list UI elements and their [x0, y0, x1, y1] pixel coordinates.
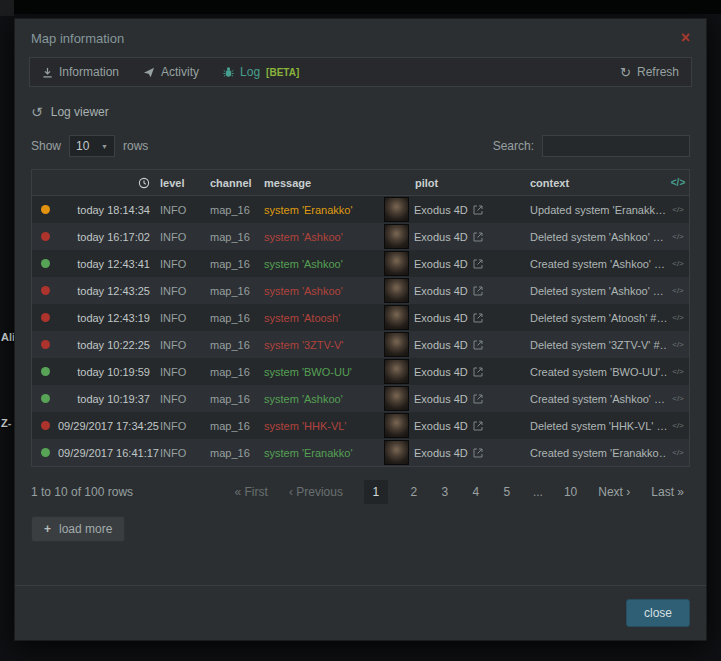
pilot-name: Exodus 4D [414, 339, 468, 351]
status-dot [41, 421, 50, 430]
tab-information[interactable]: Information [30, 58, 131, 86]
log-context: Deleted system 'Ashkoo' … [530, 285, 667, 297]
row-code-icon[interactable]: </> [667, 232, 689, 241]
page-size-value: 10 [76, 139, 89, 153]
external-link-icon[interactable] [473, 259, 483, 269]
log-context: Created system 'Eranakko… [530, 447, 667, 459]
external-link-icon[interactable] [473, 394, 483, 404]
search-input[interactable] [542, 135, 690, 157]
log-message: system 'Ashkoo' [264, 258, 384, 270]
time-column-header [58, 177, 160, 189]
pilot-name: Exodus 4D [414, 258, 468, 270]
pagination-last[interactable]: Last » [651, 485, 684, 499]
map-information-dialog: Map information × Information Activity L… [14, 18, 707, 641]
status-dot [41, 286, 50, 295]
clock-icon [138, 177, 150, 189]
status-dot [41, 340, 50, 349]
close-button[interactable]: close [626, 599, 690, 627]
pagination-page-4[interactable]: 4 [471, 485, 481, 499]
row-code-icon[interactable]: </> [667, 205, 689, 214]
log-level: INFO [160, 312, 210, 324]
status-dot [41, 367, 50, 376]
history-icon: ↺ [31, 104, 43, 120]
external-link-icon[interactable] [473, 232, 483, 242]
pagination-first[interactable]: « First [235, 485, 268, 499]
row-code-icon[interactable]: </> [667, 340, 689, 349]
pagination-page-3[interactable]: 3 [440, 485, 450, 499]
dialog-title: Map information [31, 31, 124, 46]
log-level: INFO [160, 447, 210, 459]
table-row: today 16:17:02 INFO map_16 system 'Ashko… [32, 223, 689, 250]
log-time: today 18:14:34 [58, 204, 160, 216]
row-code-icon[interactable]: </> [667, 286, 689, 295]
log-context: Deleted system 'Atoosh' #… [530, 312, 667, 324]
pilot-avatar [384, 386, 409, 411]
external-link-icon[interactable] [473, 286, 483, 296]
log-channel: map_16 [210, 312, 264, 324]
row-code-icon[interactable]: </> [667, 259, 689, 268]
pagination-next[interactable]: Next › [598, 485, 630, 499]
bug-icon [223, 66, 234, 78]
log-context: Deleted system 'HHK-VL' … [530, 420, 667, 432]
table-row: today 10:19:59 INFO map_16 system 'BWO-U… [32, 358, 689, 385]
row-code-icon[interactable]: </> [667, 394, 689, 403]
level-column-header[interactable]: level [160, 177, 210, 189]
log-level: INFO [160, 393, 210, 405]
refresh-button[interactable]: ↻ Refresh [608, 58, 691, 86]
row-code-icon[interactable]: </> [667, 421, 689, 430]
log-time: 09/29/2017 17:34:25 [58, 420, 160, 432]
tab-activity[interactable]: Activity [131, 58, 211, 86]
status-dot [41, 448, 50, 457]
message-column-header[interactable]: message [264, 177, 384, 189]
pagination-page-5[interactable]: 5 [502, 485, 512, 499]
pilot-avatar [384, 359, 409, 384]
external-link-icon[interactable] [473, 205, 483, 215]
table-row: 09/29/2017 17:34:25 INFO map_16 system '… [32, 412, 689, 439]
log-channel: map_16 [210, 285, 264, 297]
load-more-button[interactable]: + load more [31, 516, 125, 542]
code-icon: </> [667, 177, 689, 188]
pilot-avatar [384, 251, 409, 276]
page-size-select[interactable]: 10 ▼ [69, 135, 115, 157]
external-link-icon[interactable] [473, 340, 483, 350]
log-level: INFO [160, 231, 210, 243]
log-table-body: today 18:14:34 INFO map_16 system 'Erana… [32, 196, 689, 466]
pilot-name: Exodus 4D [414, 366, 468, 378]
page-top-bar [14, 0, 721, 14]
external-link-icon[interactable] [473, 421, 483, 431]
pilot-column-header[interactable]: pilot [384, 177, 530, 189]
log-context: Updated system 'Eranakk… [530, 204, 667, 216]
external-link-icon[interactable] [473, 448, 483, 458]
beta-badge: [BETA] [266, 67, 299, 78]
log-channel: map_16 [210, 231, 264, 243]
tab-log[interactable]: Log [BETA] [211, 58, 311, 86]
close-icon[interactable]: × [681, 30, 690, 46]
pagination-page-10[interactable]: 10 [564, 485, 577, 499]
row-code-icon[interactable]: </> [667, 313, 689, 322]
log-level: INFO [160, 204, 210, 216]
pilot-avatar [384, 224, 409, 249]
pagination-previous[interactable]: ‹ Previous [289, 485, 343, 499]
external-link-icon[interactable] [473, 367, 483, 377]
log-table: level channel message pilot context </> … [31, 169, 690, 467]
pilot-name: Exodus 4D [414, 393, 468, 405]
log-channel: map_16 [210, 339, 264, 351]
log-message: system 'Ashkoo' [264, 393, 384, 405]
pagination-ellipsis: ... [533, 485, 543, 499]
pagination-page-1[interactable]: 1 [364, 480, 388, 504]
pagination-page-2[interactable]: 2 [409, 485, 419, 499]
pilot-avatar [384, 440, 409, 465]
status-dot [41, 232, 50, 241]
log-time: today 10:22:25 [58, 339, 160, 351]
row-code-icon[interactable]: </> [667, 367, 689, 376]
external-link-icon[interactable] [473, 313, 483, 323]
status-dot [41, 205, 50, 214]
log-context: Created system 'Ashkoo' … [530, 393, 667, 405]
download-icon [42, 67, 53, 78]
log-channel: map_16 [210, 447, 264, 459]
log-message: system 'Atoosh' [264, 312, 384, 324]
channel-column-header[interactable]: channel [210, 177, 264, 189]
row-code-icon[interactable]: </> [667, 448, 689, 457]
show-label: Show [31, 139, 61, 153]
context-column-header[interactable]: context [530, 177, 667, 189]
